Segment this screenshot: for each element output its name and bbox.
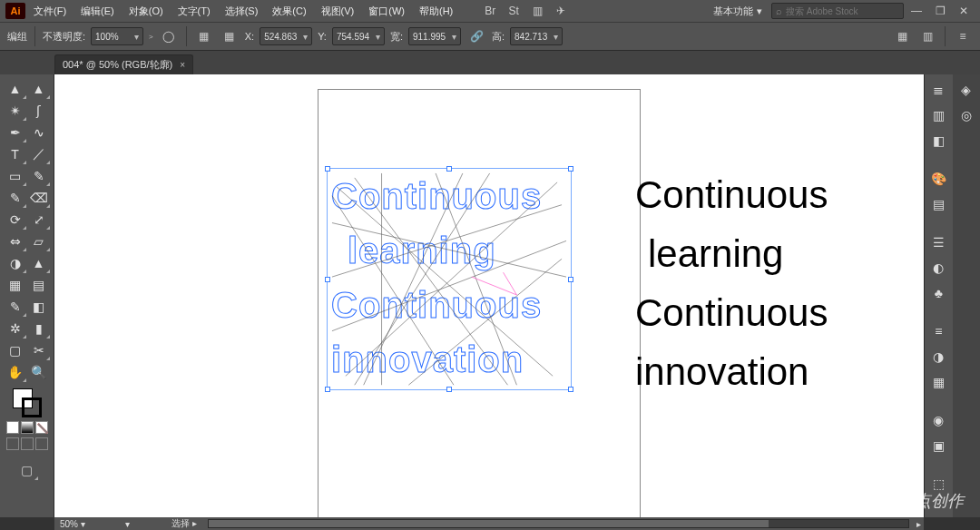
appearance-panel-icon[interactable]: ◉ [926, 408, 950, 432]
blend-tool[interactable]: ◧ [27, 296, 51, 318]
gpu-preview-icon[interactable]: ✈ [550, 2, 572, 20]
stroke-panel-icon[interactable]: ☰ [926, 231, 950, 254]
handle-right-mid[interactable] [568, 277, 573, 282]
handle-top-right[interactable] [568, 166, 573, 172]
style-icon[interactable]: ◯ [159, 26, 179, 46]
magic-wand-tool[interactable]: ✴ [4, 100, 27, 122]
link-wh-icon[interactable]: 🔗 [466, 26, 486, 46]
handle-bottom-mid[interactable] [446, 387, 452, 392]
close-tab-icon[interactable]: × [180, 60, 185, 70]
rotate-tool[interactable]: ⟳ [4, 209, 27, 231]
hand-tool[interactable]: ✋ [4, 361, 27, 383]
isolate-icon[interactable]: ▥ [917, 26, 937, 46]
gradient-tool[interactable]: ▤ [27, 274, 51, 296]
outlined-text-object[interactable]: Continuous learning Continuous innovatio… [328, 169, 571, 387]
mesh-tool[interactable]: ▦ [4, 274, 27, 296]
opacity-input[interactable]: 100% ▾ [91, 27, 143, 45]
handle-top-left[interactable] [325, 166, 330, 172]
stock-search[interactable]: ⌕ [771, 3, 904, 19]
handle-bottom-right[interactable] [568, 387, 573, 392]
learn-icon[interactable]: ◎ [955, 103, 978, 127]
eyedropper-tool[interactable]: ✎ [4, 296, 27, 318]
transform-panel-icon[interactable]: ▦ [892, 26, 912, 46]
eraser-tool[interactable]: ⌫ [27, 187, 51, 209]
menu-edit[interactable]: 编辑(E) [74, 0, 121, 22]
curvature-tool[interactable]: ∿ [27, 122, 51, 143]
menu-select[interactable]: 选择(S) [219, 0, 265, 22]
draw-inside[interactable] [35, 437, 48, 450]
y-input[interactable]: 754.594▾ [332, 27, 385, 45]
transparency-panel-icon[interactable]: ◑ [926, 345, 950, 368]
width-tool[interactable]: ⇔ [4, 231, 27, 252]
stock-icon[interactable]: St [503, 2, 524, 20]
perspective-tool[interactable]: ▲ [27, 252, 51, 274]
window-minimize[interactable]: — [906, 5, 927, 17]
color-mode-normal[interactable] [6, 421, 19, 434]
brushes-panel-icon[interactable]: ≡ [926, 319, 950, 343]
lasso-tool[interactable]: ʃ [27, 100, 51, 122]
align-icon[interactable]: ▦ [220, 26, 240, 46]
selection-tool[interactable]: ▲ [4, 78, 27, 100]
symbols-panel-icon[interactable]: ♣ [926, 281, 950, 305]
rectangle-tool[interactable]: ▭ [4, 165, 27, 187]
layers-panel-icon[interactable]: ◧ [926, 129, 950, 152]
free-transform-tool[interactable]: ▱ [27, 231, 51, 252]
color-mode-gradient[interactable] [21, 421, 34, 434]
properties-panel-icon[interactable]: ≣ [926, 78, 950, 102]
pen-tool[interactable]: ✒ [4, 122, 27, 143]
column-graph-tool[interactable]: ▮ [27, 318, 51, 339]
graphic-styles-panel-icon[interactable]: ▣ [926, 434, 950, 457]
document-tab[interactable]: 004* @ 50% (RGB/轮廓) × [54, 54, 193, 74]
menu-window[interactable]: 窗口(W) [362, 0, 411, 22]
horizontal-scrollbar[interactable] [208, 519, 909, 528]
menu-type[interactable]: 文字(T) [172, 0, 217, 22]
x-input[interactable]: 524.863▾ [260, 27, 312, 45]
panel-menu-icon[interactable]: ≡ [953, 26, 973, 46]
handle-top-mid[interactable] [446, 166, 452, 172]
stroke-swatch[interactable] [22, 398, 42, 417]
menu-object[interactable]: 对象(O) [122, 0, 170, 22]
bridge-icon[interactable]: Br [479, 2, 501, 20]
window-restore[interactable]: ❐ [929, 5, 951, 17]
scroll-right-icon[interactable]: ▸ [913, 519, 924, 529]
chevron-right-icon[interactable]: > [149, 33, 153, 41]
status-tool[interactable]: 选择 ▸ [164, 517, 204, 530]
menu-effect[interactable]: 效果(C) [266, 0, 312, 22]
transform-anchor-icon[interactable]: ▦ [194, 26, 214, 46]
fill-stroke-control[interactable] [13, 388, 42, 417]
shaper-tool[interactable]: ✎ [4, 187, 27, 209]
nav-dropdown[interactable]: ▾ [118, 519, 137, 529]
slice-tool[interactable]: ✂ [27, 339, 51, 361]
libraries-panel-icon[interactable]: ▥ [926, 103, 950, 127]
draw-behind[interactable] [21, 437, 34, 450]
color-panel-icon[interactable]: 🎨 [926, 167, 950, 191]
layers-icon[interactable]: ◈ [955, 78, 978, 102]
height-input[interactable]: 842.713▾ [510, 27, 563, 45]
paintbrush-tool[interactable]: ✎ [27, 165, 51, 187]
swatches-panel-icon[interactable]: ▤ [926, 192, 950, 216]
type-tool[interactable]: T [4, 143, 27, 165]
zoom-level[interactable]: 50% ▾ [54, 519, 118, 529]
menu-help[interactable]: 帮助(H) [413, 0, 459, 22]
screen-mode-button[interactable]: ▢ [15, 459, 39, 481]
canvas[interactable]: Continuous learning Continuous innovatio… [54, 74, 924, 517]
arrange-docs-icon[interactable]: ▥ [526, 2, 548, 20]
stock-search-input[interactable] [786, 6, 901, 16]
color-mode-none[interactable] [35, 421, 48, 434]
align-panel-icon[interactable]: ▦ [926, 370, 950, 394]
handle-left-mid[interactable] [325, 277, 330, 282]
handle-bottom-left[interactable] [325, 387, 330, 392]
filled-text-object[interactable]: Continuous learning Continuous innovatio… [635, 165, 828, 401]
direct-selection-tool[interactable]: ▲ [27, 78, 51, 100]
scrollbar-thumb[interactable] [209, 520, 769, 527]
draw-normal[interactable] [6, 437, 19, 450]
shape-builder-tool[interactable]: ◑ [4, 252, 27, 274]
line-tool[interactable]: ／ [27, 143, 51, 165]
selection-bounding-box[interactable]: Continuous learning Continuous innovatio… [327, 168, 572, 390]
gradient-panel-icon[interactable]: ◐ [926, 256, 950, 280]
symbol-sprayer-tool[interactable]: ✲ [4, 318, 27, 339]
scale-tool[interactable]: ⤢ [27, 209, 51, 231]
menu-view[interactable]: 视图(V) [315, 0, 361, 22]
menu-file[interactable]: 文件(F) [27, 0, 73, 22]
window-close[interactable]: ✕ [953, 5, 975, 17]
